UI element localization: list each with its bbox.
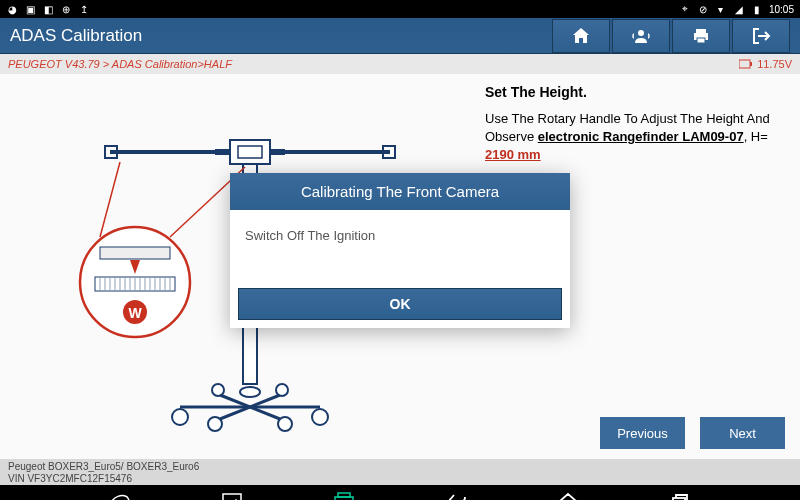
calibration-modal: Calibrating The Front Camera Switch Off … [230,173,570,328]
modal-message: Switch Off The Ignition [230,210,570,280]
modal-title: Calibrating The Front Camera [230,173,570,210]
modal-footer: OK [230,280,570,328]
modal-ok-button[interactable]: OK [238,288,562,320]
modal-overlay: Calibrating The Front Camera Switch Off … [0,0,800,500]
